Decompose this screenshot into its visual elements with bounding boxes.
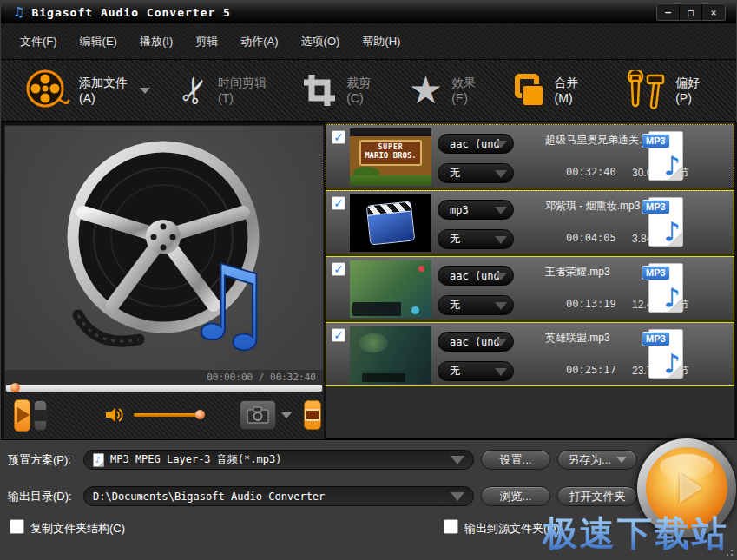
file-row-4[interactable]: ✓ aac (und 无 英雄联盟.mp3 00:25:17 23.71兆字节 …: [326, 322, 734, 386]
file-2-effect-dropdown[interactable]: 无: [438, 229, 514, 249]
file-3-checkbox[interactable]: ✓: [332, 262, 345, 276]
crop-button[interactable]: 裁剪(C): [301, 72, 379, 109]
file-4-mp3-icon: ♪ MP3: [645, 329, 683, 379]
preferences-button[interactable]: 偏好(P): [622, 70, 707, 110]
seek-handle[interactable]: [10, 383, 20, 392]
dropdown-caret-icon: [495, 170, 507, 178]
watermark: 极速下载站: [543, 510, 729, 557]
menu-file[interactable]: 文件(F): [20, 34, 57, 49]
app-title: Bigasoft Audio Converter 5: [31, 6, 231, 19]
add-files-label: 添加文件(A): [79, 76, 129, 105]
volume-slider[interactable]: [134, 413, 201, 417]
file-4-format-dropdown[interactable]: aac (und: [438, 332, 514, 352]
add-files-caret-icon[interactable]: [140, 88, 150, 94]
save-as-button[interactable]: 另存为...: [557, 450, 637, 470]
output-dir-label: 输出目录(D):: [8, 489, 72, 504]
minimize-button[interactable]: —: [657, 4, 680, 20]
play-button[interactable]: [14, 399, 30, 432]
file-1-effect-dropdown[interactable]: 无: [438, 163, 514, 183]
fullscreen-button[interactable]: [304, 400, 321, 430]
file-2-thumbnail: [350, 194, 431, 252]
menu-action[interactable]: 动作(A): [240, 34, 278, 49]
file-1-checkbox[interactable]: ✓: [332, 130, 345, 144]
output-dir-combobox[interactable]: D:\Documents\Bigasoft Audio Converter: [83, 486, 474, 506]
effect-button[interactable]: ★ 效果(E): [409, 71, 484, 109]
file-4-checkbox[interactable]: ✓: [332, 328, 345, 342]
svg-text:♫: ♫: [182, 243, 276, 364]
add-files-button[interactable]: 添加文件(A): [23, 68, 150, 113]
scissors-icon: ✂: [174, 70, 216, 109]
preset-combobox[interactable]: MP3 MPEG Layer-3 音频(*.mp3): [83, 450, 474, 470]
preferences-label: 偏好(P): [675, 76, 707, 105]
file-4-effect-dropdown[interactable]: 无: [438, 361, 514, 381]
camera-icon: [247, 406, 269, 424]
output-dir-caret-icon: [451, 492, 464, 501]
file-2-checkbox[interactable]: ✓: [332, 196, 345, 210]
output-dir-value: D:\Documents\Bigasoft Audio Converter: [93, 491, 325, 503]
file-2-format-dropdown[interactable]: mp3: [438, 200, 514, 220]
convert-play-icon: [680, 473, 702, 503]
volume-handle[interactable]: [195, 410, 205, 419]
star-icon: ★: [409, 71, 443, 109]
seek-bar[interactable]: [6, 385, 322, 392]
output-to-source-checkbox[interactable]: [444, 519, 458, 534]
close-button[interactable]: ✕: [702, 4, 725, 20]
file-1-format-dropdown[interactable]: aac (und: [438, 134, 514, 154]
file-2-duration: 00:04:05: [566, 232, 616, 244]
file-row-1[interactable]: ✓ SUPER MARIO BROS. aac (und 无 超级马里奥兄弟通关…: [326, 124, 734, 188]
film-reel-icon: [23, 68, 70, 113]
time-cut-label: 时间剪辑(T): [218, 76, 272, 105]
menu-edit[interactable]: 编辑(E): [80, 34, 117, 49]
toolbar: 添加文件(A) ✂ 时间剪辑(T) 裁剪(C) ★ 效果(E) 合并(M): [1, 60, 736, 122]
menu-play[interactable]: 播放(I): [140, 34, 173, 49]
file-4-name: 英雄联盟.mp3: [545, 331, 610, 346]
menu-options[interactable]: 选项(O): [301, 34, 340, 49]
settings-button[interactable]: 设置...: [481, 450, 550, 470]
dropdown-caret-icon: [495, 368, 507, 376]
file-row-3[interactable]: ✓ aac (und 无 王者荣耀.mp3 00:13:19 12.49兆字节 …: [326, 256, 734, 320]
player-controls: [5, 392, 323, 438]
snapshot-button[interactable]: [240, 400, 276, 430]
title-bar: ♫ Bigasoft Audio Converter 5 — □ ✕: [1, 1, 736, 23]
playback-time: 00:00:00 / 00:32:40: [207, 372, 316, 383]
menu-clip[interactable]: 剪辑: [195, 34, 218, 49]
browse-button[interactable]: 浏览...: [481, 486, 550, 506]
maximize-button[interactable]: □: [680, 4, 702, 20]
file-3-mp3-icon: ♪ MP3: [645, 263, 683, 313]
dropdown-caret-icon: [495, 302, 507, 310]
file-row-2[interactable]: ✓ mp3 无 邓紫琪 - 烟熏妆.mp3 00:04:05 3.84兆字节 ♪…: [326, 190, 734, 254]
file-4-duration: 00:25:17: [566, 364, 616, 376]
window-controls: — □ ✕: [656, 3, 726, 21]
preset-caret-icon: [451, 456, 464, 464]
file-1-mp3-icon: ♪ MP3: [645, 131, 683, 181]
fullscreen-icon: [305, 409, 320, 421]
merge-icon: [513, 72, 545, 109]
file-4-thumbnail: [350, 326, 431, 384]
mario-title-line2: MARIO BROS.: [361, 151, 420, 161]
dropdown-caret-icon: [495, 273, 507, 280]
time-strip: 00:00:00 / 00:32:40: [5, 370, 323, 385]
menu-help[interactable]: 帮助(H): [362, 34, 400, 49]
dropdown-caret-icon: [495, 339, 507, 346]
copy-structure-checkbox[interactable]: [10, 519, 24, 534]
menu-bar: 文件(F) 编辑(E) 播放(I) 剪辑 动作(A) 选项(O) 帮助(H): [1, 23, 736, 60]
file-1-duration: 00:32:40: [566, 166, 616, 178]
preview-panel: ♫ 00:00:00 / 00:32:40: [4, 125, 324, 439]
file-3-thumbnail: [350, 260, 431, 318]
time-cut-button[interactable]: ✂ 时间剪辑(T): [180, 73, 272, 108]
speaker-icon[interactable]: [104, 405, 125, 425]
app-music-note-icon: ♫: [13, 4, 24, 20]
crop-label: 裁剪(C): [346, 76, 379, 105]
app-window: ♫ Bigasoft Audio Converter 5 — □ ✕ 文件(F)…: [0, 0, 737, 560]
merge-button[interactable]: 合并(M): [513, 72, 592, 109]
film-reel-artwork: ♫: [43, 133, 286, 366]
file-3-effect-dropdown[interactable]: 无: [438, 295, 514, 315]
open-folder-button[interactable]: 打开文件夹: [557, 486, 637, 506]
dropdown-caret-icon: [495, 236, 507, 244]
resize-grip[interactable]: [725, 548, 734, 557]
file-3-format-dropdown[interactable]: aac (und: [438, 266, 514, 286]
video-preview: ♫: [5, 126, 323, 370]
snapshot-caret-icon[interactable]: [281, 412, 292, 418]
stop-button[interactable]: [34, 400, 47, 431]
file-3-duration: 00:13:19: [566, 298, 616, 310]
